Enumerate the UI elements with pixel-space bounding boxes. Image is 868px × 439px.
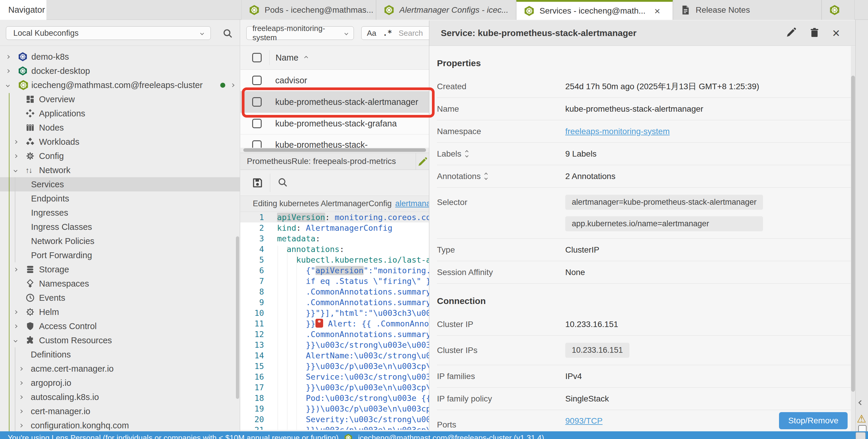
- row-checkbox[interactable]: [252, 140, 261, 148]
- sidebar-item-autoscaling-k8s-io[interactable]: autoscaling.k8s.io: [0, 390, 240, 404]
- sort-updown-icon[interactable]: [466, 151, 468, 157]
- sidebar-item-nodes[interactable]: Nodes: [0, 121, 240, 135]
- close-icon[interactable]: ×: [832, 27, 840, 40]
- search-input[interactable]: Aa .* Search: [361, 26, 429, 40]
- edit-icon[interactable]: [785, 27, 797, 39]
- edit-icon[interactable]: [417, 157, 428, 169]
- chevron-right-icon[interactable]: [19, 409, 23, 413]
- table-row-kube-prometheus-stack-grafana[interactable]: kube-prometheus-stack-grafana: [240, 113, 429, 134]
- right-edge-strip: ⚠: [855, 20, 868, 431]
- stop-remove-button[interactable]: Stop/Remove: [779, 412, 847, 429]
- chevron-right-icon[interactable]: [13, 154, 18, 158]
- editor-toolbar: [240, 170, 429, 196]
- sidebar-item-overview[interactable]: Overview: [0, 92, 240, 106]
- chevron-right-icon[interactable]: [6, 69, 10, 73]
- app-tab-3[interactable]: Services - icecheng@math...×: [516, 0, 673, 20]
- sidebar-item-demo-k8s[interactable]: demo-k8s: [0, 49, 240, 64]
- search-icon[interactable]: [222, 28, 233, 40]
- namespace-link[interactable]: freeleaps-monitoring-system: [565, 127, 670, 136]
- chevron-right-icon[interactable]: [13, 325, 18, 328]
- nodes-icon: [25, 123, 39, 132]
- drawer-scrollbar-thumb[interactable]: [851, 76, 855, 392]
- sidebar-item-events[interactable]: Events: [0, 291, 240, 305]
- yaml-editor[interactable]: 1apiVersion: monitoring.coreos.com/v1alp…: [240, 212, 429, 430]
- navigator-title: Navigator: [8, 5, 45, 15]
- sidebar-item-acme-cert-manager-io[interactable]: acme.cert-manager.io: [0, 362, 240, 376]
- sidebar-item-ingress-classes[interactable]: Ingress Classes: [0, 220, 240, 234]
- chevron-right-icon[interactable]: [19, 367, 23, 371]
- navigator-panel-tab[interactable]: Navigator: [0, 0, 46, 20]
- collapse-left-icon[interactable]: [859, 400, 864, 405]
- chevron-right-icon[interactable]: [13, 310, 18, 314]
- chevron-right-icon[interactable]: [19, 395, 23, 399]
- property-label: Namespace: [437, 127, 565, 136]
- namespaces-icon: [25, 279, 39, 288]
- sidebar-item-ingresses[interactable]: Ingresses: [0, 206, 240, 220]
- chevron-down-icon[interactable]: [13, 339, 18, 342]
- app-tab-4[interactable]: Release Notes: [673, 0, 822, 20]
- name-column-header[interactable]: Name: [276, 53, 307, 63]
- sidebar-scrollbar[interactable]: [236, 236, 239, 399]
- chevron-right-icon[interactable]: [19, 381, 23, 385]
- editor-search-icon[interactable]: [277, 177, 288, 189]
- alertmanager-config-link[interactable]: alertmanager: [395, 199, 429, 208]
- app-tab-5[interactable]: [822, 0, 855, 20]
- save-icon[interactable]: [252, 177, 264, 189]
- select-all-checkbox[interactable]: [252, 53, 261, 62]
- chevron-right-icon[interactable]: [19, 424, 23, 428]
- line-number: 11: [240, 319, 273, 328]
- sidebar-item-config[interactable]: Config: [0, 149, 240, 163]
- tab-label: Pods - icecheng@mathmas...: [265, 5, 373, 15]
- sidebar-item-helm[interactable]: Helm: [0, 305, 240, 319]
- sidebar-item-services[interactable]: Services: [0, 177, 240, 192]
- sidebar-item-network-policies[interactable]: Network Policies: [0, 234, 240, 248]
- app-tab-2[interactable]: Alertmanager Configs - icec...: [376, 0, 516, 20]
- kubernetes-icon: [249, 4, 260, 16]
- chevron-right-icon[interactable]: [13, 140, 18, 144]
- app-tab-1[interactable]: Pods - icecheng@mathmas...: [241, 0, 376, 20]
- namespace-select[interactable]: freeleaps-monitoring-system: [246, 26, 354, 40]
- chevron-down-icon[interactable]: [13, 168, 18, 172]
- sidebar-item-endpoints[interactable]: Endpoints: [0, 192, 240, 206]
- line-number: 2: [240, 223, 273, 233]
- sidebar-item-network[interactable]: ↑↓Network: [0, 163, 240, 177]
- close-icon[interactable]: ×: [654, 6, 660, 16]
- delete-icon[interactable]: [809, 27, 820, 39]
- sidebar-item-access-control[interactable]: Access Control: [0, 319, 240, 333]
- drawer-scrollbar-track[interactable]: [851, 46, 855, 431]
- sidebar-item-docker-desktop[interactable]: docker-desktop: [0, 64, 240, 78]
- chevron-right-icon[interactable]: [230, 83, 235, 87]
- sidebar-item-label: Applications: [39, 109, 85, 119]
- port-link[interactable]: 9093/TCP: [565, 416, 602, 426]
- sort-updown-icon[interactable]: [485, 173, 487, 179]
- table-row-partial[interactable]: kube-prometheus-stack-: [240, 134, 429, 148]
- row-checkbox[interactable]: [252, 119, 261, 128]
- editor-line-18: 18 Pod:\u003c/strong\u003e {{ .CommonLab…: [240, 393, 429, 403]
- sidebar-item-workloads[interactable]: Workloads: [0, 135, 240, 149]
- chevron-right-icon[interactable]: [6, 55, 10, 59]
- chevron-right-icon[interactable]: [13, 268, 18, 271]
- row-checkbox[interactable]: [252, 97, 261, 107]
- sidebar-item-argoproj-io[interactable]: argoproj.io: [0, 376, 240, 390]
- sidebar-item-custom-resources[interactable]: Custom Resources: [0, 333, 240, 347]
- sidebar-item-definitions[interactable]: Definitions: [0, 347, 240, 362]
- drawer-header: Service: kube-prometheus-stack-alertmana…: [429, 21, 855, 46]
- horizontal-scrollbar[interactable]: [240, 148, 429, 153]
- row-checkbox[interactable]: [252, 76, 261, 85]
- sidebar-item-applications[interactable]: Applications: [0, 106, 240, 121]
- kubeconfig-select[interactable]: Local Kubeconfigs: [6, 26, 211, 40]
- match-case-icon[interactable]: Aa: [367, 29, 376, 38]
- sidebar-item-namespaces[interactable]: Namespaces: [0, 276, 240, 291]
- sidebar-item-storage[interactable]: Storage: [0, 262, 240, 276]
- sidebar-item-icecheng-mathmast-com-freeleaps-cluster[interactable]: icecheng@mathmast.com@freeleaps-cluster: [0, 78, 240, 92]
- sidebar-item-port-forwarding[interactable]: Port Forwarding: [0, 248, 240, 262]
- warning-icon[interactable]: ⚠: [857, 413, 866, 425]
- horizontal-scrollbar-thumb[interactable]: [243, 148, 426, 152]
- services-list-panel: freeleaps-monitoring-system Aa .* Search…: [240, 20, 429, 431]
- sidebar-item-configuration-konghq-com[interactable]: configuration.konghq.com: [0, 418, 240, 431]
- table-row-kube-prometheus-stack-alertmanager[interactable]: kube-prometheus-stack-alertmanager: [240, 91, 429, 113]
- sidebar-item-cert-manager-io[interactable]: cert-manager.io: [0, 404, 240, 418]
- chevron-down-icon[interactable]: [6, 83, 10, 87]
- regex-icon[interactable]: .*: [383, 29, 392, 37]
- table-row-cadvisor[interactable]: cadvisor: [240, 70, 429, 91]
